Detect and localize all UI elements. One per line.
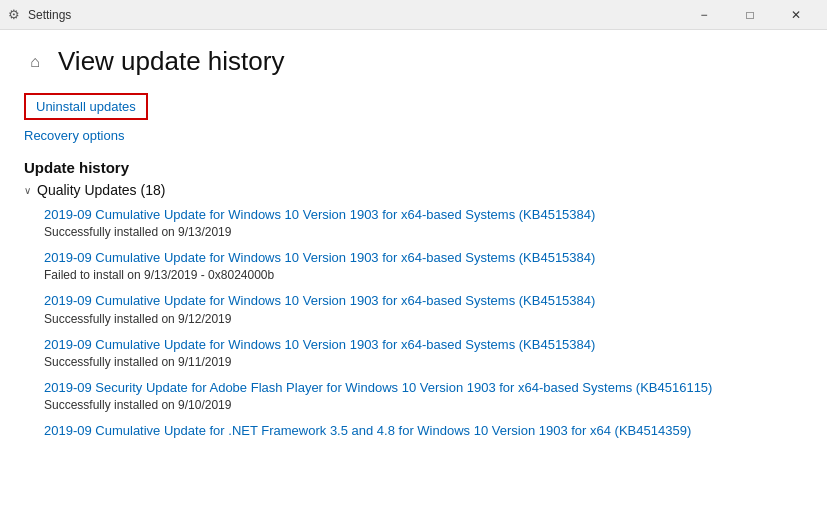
close-button[interactable]: ✕ xyxy=(773,0,819,30)
chevron-down-icon: ∨ xyxy=(24,185,31,196)
section-heading: Update history xyxy=(24,159,803,176)
update-status: Successfully installed on 9/11/2019 xyxy=(44,355,803,369)
update-status: Successfully installed on 9/13/2019 xyxy=(44,225,803,239)
list-item: 2019-09 Cumulative Update for .NET Frame… xyxy=(44,422,803,440)
update-status: Failed to install on 9/13/2019 - 0x80240… xyxy=(44,268,803,282)
uninstall-updates-button[interactable]: Uninstall updates xyxy=(24,93,148,120)
update-link[interactable]: 2019-09 Security Update for Adobe Flash … xyxy=(44,379,803,397)
update-link[interactable]: 2019-09 Cumulative Update for .NET Frame… xyxy=(44,422,803,440)
titlebar: ⚙ Settings − □ ✕ xyxy=(0,0,827,30)
settings-icon: ⚙ xyxy=(8,7,20,22)
update-status: Successfully installed on 9/12/2019 xyxy=(44,312,803,326)
page-title: View update history xyxy=(58,46,284,77)
titlebar-controls: − □ ✕ xyxy=(681,0,819,30)
titlebar-title: Settings xyxy=(28,8,71,22)
home-icon: ⌂ xyxy=(24,51,46,73)
titlebar-left: ⚙ Settings xyxy=(8,7,71,22)
maximize-button[interactable]: □ xyxy=(727,0,773,30)
update-status: Successfully installed on 9/10/2019 xyxy=(44,398,803,412)
update-link[interactable]: 2019-09 Cumulative Update for Windows 10… xyxy=(44,206,803,224)
main-content: ⌂ View update history Uninstall updates … xyxy=(0,30,827,520)
list-item: 2019-09 Cumulative Update for Windows 10… xyxy=(44,249,803,282)
update-link[interactable]: 2019-09 Cumulative Update for Windows 10… xyxy=(44,336,803,354)
update-link[interactable]: 2019-09 Cumulative Update for Windows 10… xyxy=(44,249,803,267)
list-item: 2019-09 Cumulative Update for Windows 10… xyxy=(44,206,803,239)
recovery-options-link[interactable]: Recovery options xyxy=(24,128,803,143)
update-list: 2019-09 Cumulative Update for Windows 10… xyxy=(24,206,803,440)
page-header: ⌂ View update history xyxy=(24,46,803,77)
list-item: 2019-09 Security Update for Adobe Flash … xyxy=(44,379,803,412)
list-item: 2019-09 Cumulative Update for Windows 10… xyxy=(44,292,803,325)
list-item: 2019-09 Cumulative Update for Windows 10… xyxy=(44,336,803,369)
category-label: Quality Updates (18) xyxy=(37,182,165,198)
minimize-button[interactable]: − xyxy=(681,0,727,30)
main-panel: ⌂ View update history Uninstall updates … xyxy=(0,30,827,520)
category-header[interactable]: ∨ Quality Updates (18) xyxy=(24,182,803,198)
update-link[interactable]: 2019-09 Cumulative Update for Windows 10… xyxy=(44,292,803,310)
